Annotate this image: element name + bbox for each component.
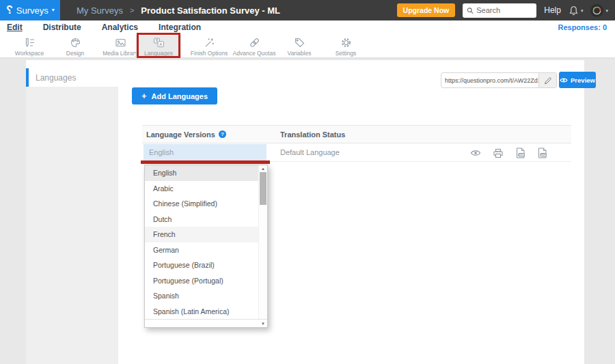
toolbar-label: Advance Quotas xyxy=(233,50,276,57)
edit-toolbar: Workspace Design Media Library xyxy=(0,34,615,59)
languages-table: Language Versions ? Translation Status D… xyxy=(142,125,571,162)
dropdown-option-portuguese-brazil[interactable]: Portuguese (Brazil) xyxy=(145,257,267,273)
sidebar-panel xyxy=(26,87,118,364)
design-icon xyxy=(70,37,81,48)
export-pdf-button[interactable]: PDF xyxy=(537,148,547,158)
tab-distribute[interactable]: Distribute xyxy=(43,23,81,32)
edit-url-button[interactable] xyxy=(538,73,556,87)
scrollbar-thumb[interactable] xyxy=(260,172,266,205)
translation-status-value: Default Language xyxy=(280,143,340,162)
dropdown-option-german[interactable]: German xyxy=(145,242,267,258)
toolbar-label: Design xyxy=(66,50,84,57)
eye-icon xyxy=(560,77,568,83)
help-circle-icon[interactable]: ? xyxy=(219,130,226,138)
column-label: Language Versions xyxy=(146,130,215,139)
gauge-avatar-icon xyxy=(592,5,602,16)
upgrade-now-button[interactable]: Upgrade Now xyxy=(397,3,456,17)
survey-url: https://questionpro.com/t/AW22Zd1S1 xyxy=(441,77,538,84)
toolbar-item-workspace[interactable]: Workspace xyxy=(7,36,52,58)
pencil-icon xyxy=(544,76,552,85)
export-doc-button[interactable]: DOC xyxy=(515,148,525,158)
notifications-menu[interactable]: ▾ xyxy=(569,5,584,16)
survey-url-field[interactable]: https://questionpro.com/t/AW22Zd1S1 xyxy=(441,72,557,88)
view-language-button[interactable] xyxy=(470,149,481,157)
dropdown-option-spanish-latin-america[interactable]: Spanish (Latin America) xyxy=(145,304,267,320)
toolbar-label: Workspace xyxy=(15,50,44,57)
toolbar-item-settings[interactable]: Settings xyxy=(323,36,368,58)
dropdown-option-portuguese-portugal[interactable]: Portuguese (Portugal) xyxy=(145,273,267,289)
sidebar-item-languages[interactable]: Languages xyxy=(26,68,118,87)
breadcrumb: My Surveys > Product Satisfaction Survey… xyxy=(60,5,280,16)
tab-analytics[interactable]: Analytics xyxy=(102,23,138,32)
finish-options-icon xyxy=(204,37,215,48)
add-languages-button[interactable]: + Add Languages xyxy=(132,87,217,104)
dropdown-option-arabic[interactable]: Arabic xyxy=(145,181,267,197)
product-switcher[interactable]: ? Surveys ▾ xyxy=(0,0,60,20)
top-bar-actions: Upgrade Now Help ▾ xyxy=(397,3,615,18)
breadcrumb-separator: > xyxy=(130,6,134,14)
toolbar-item-design[interactable]: Design xyxy=(53,36,98,58)
toolbar-item-variables[interactable]: Variables xyxy=(277,36,322,58)
table-row: Default Language xyxy=(142,143,571,162)
dropdown-option-french[interactable]: French xyxy=(145,227,267,242)
scroll-up-icon[interactable]: ▲ xyxy=(259,166,267,171)
dropdown-scroll-footer: ▼ xyxy=(145,319,267,327)
toolbar-item-advance-quotas[interactable]: Advance Quotas xyxy=(232,36,277,58)
avatar xyxy=(590,4,603,17)
search-icon xyxy=(467,7,474,14)
chevron-down-icon: ▾ xyxy=(581,8,584,13)
dropdown-option-dutch[interactable]: Dutch xyxy=(145,212,267,227)
plus-icon: + xyxy=(141,92,147,100)
tab-integration[interactable]: Integration xyxy=(159,23,201,32)
advance-quotas-icon xyxy=(249,37,260,48)
workspace-icon xyxy=(24,37,36,48)
column-translation-status: Translation Status xyxy=(280,130,345,139)
toolbar-label: Settings xyxy=(336,50,357,57)
top-bar: ? Surveys ▾ My Surveys > Product Satisfa… xyxy=(0,0,615,20)
breadcrumb-my-surveys[interactable]: My Surveys xyxy=(77,5,123,16)
settings-icon xyxy=(340,37,352,48)
svg-text:DOC: DOC xyxy=(519,154,524,156)
dropdown-option-english[interactable]: English xyxy=(145,165,267,181)
doc-file-icon: DOC xyxy=(515,148,525,158)
languages-icon: A xyxy=(153,37,165,48)
svg-text:A: A xyxy=(159,42,162,46)
toolbar-label: Languages xyxy=(144,50,173,57)
tab-edit[interactable]: Edit xyxy=(7,23,23,32)
print-language-button[interactable] xyxy=(493,148,504,158)
toolbar-label: Finish Options xyxy=(191,50,228,57)
language-dropdown: English Arabic Chinese (Simplified) Dutc… xyxy=(144,165,268,328)
dropdown-scrollbar[interactable]: ▲ xyxy=(258,165,267,319)
chevron-down-icon: ▾ xyxy=(605,8,608,13)
toolbar-item-languages[interactable]: A Languages xyxy=(136,36,181,58)
printer-icon xyxy=(493,148,504,158)
column-language-versions: Language Versions ? xyxy=(146,130,226,139)
account-menu[interactable]: ▾ xyxy=(590,4,608,17)
survey-nav: Edit Distribute Analytics Integration Re… xyxy=(0,20,615,34)
eye-icon xyxy=(470,149,481,157)
pdf-file-icon: PDF xyxy=(537,148,547,158)
preview-button[interactable]: Preview xyxy=(559,72,596,88)
responses-count[interactable]: Responses: 0 xyxy=(558,23,615,31)
row-actions: DOC PDF xyxy=(470,148,547,158)
help-link[interactable]: Help xyxy=(544,5,561,15)
chevron-down-icon: ▾ xyxy=(52,8,55,13)
media-library-icon xyxy=(115,37,126,48)
survey-title: Product Satisfaction Survey - ML xyxy=(141,5,280,16)
questionpro-logo-icon: ? xyxy=(6,5,13,16)
toolbar-label: Variables xyxy=(288,50,312,57)
language-name-input[interactable] xyxy=(144,144,266,160)
table-header: Language Versions ? Translation Status xyxy=(142,125,571,143)
preview-label: Preview xyxy=(571,76,595,84)
toolbar-label: Media Library xyxy=(102,50,138,57)
sidebar-item-label: Languages xyxy=(36,73,76,83)
toolbar-item-finish-options[interactable]: Finish Options xyxy=(187,36,232,58)
svg-text:PDF: PDF xyxy=(541,154,546,156)
scroll-down-icon[interactable]: ▼ xyxy=(261,320,265,327)
add-languages-label: Add Languages xyxy=(152,92,208,100)
dropdown-option-chinese-simplified[interactable]: Chinese (Simplified) xyxy=(145,196,267,212)
dropdown-option-spanish[interactable]: Spanish xyxy=(145,288,267,304)
product-name: Surveys xyxy=(16,5,49,16)
search-box[interactable] xyxy=(463,3,536,18)
search-input[interactable] xyxy=(476,6,532,14)
